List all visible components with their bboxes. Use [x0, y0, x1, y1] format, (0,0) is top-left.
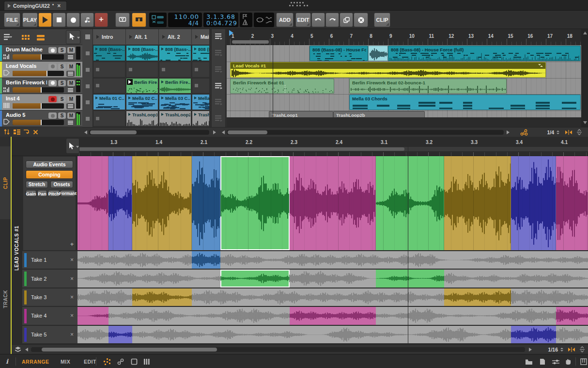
- comping-button[interactable]: Comping: [26, 170, 73, 179]
- position-display[interactable]: 3.1.3.68 0:04.729: [203, 13, 238, 27]
- take-delete-button[interactable]: ×: [70, 294, 74, 301]
- groove-button[interactable]: w: [80, 13, 94, 27]
- take-comp-region[interactable]: [290, 307, 376, 324]
- comp-segment[interactable]: [192, 156, 220, 250]
- display-grip-dots[interactable]: [288, 1, 310, 9]
- volume-fader[interactable]: [13, 71, 64, 76]
- arranger-vscrollbar[interactable]: [581, 29, 588, 127]
- onsets-button[interactable]: Onsets: [50, 181, 73, 188]
- scroll-down-arrow[interactable]: [583, 121, 587, 124]
- time-sig-value[interactable]: 4/4: [171, 20, 199, 26]
- arranger-scrollbar[interactable]: [227, 130, 504, 135]
- take-comp-region[interactable]: [132, 288, 192, 306]
- solo-button[interactable]: S: [58, 47, 66, 53]
- cancel-button[interactable]: [354, 13, 368, 27]
- editor-hscroll-thumb[interactable]: [42, 348, 217, 352]
- duplicate-button[interactable]: [340, 13, 353, 27]
- take-comp-region[interactable]: [108, 326, 132, 343]
- take-delete-button[interactable]: ×: [70, 312, 74, 319]
- take-header[interactable]: Take 2×: [22, 270, 77, 288]
- launcher-empty-slot[interactable]: [93, 111, 125, 127]
- take-comp-region[interactable]: [444, 288, 511, 306]
- solo-button[interactable]: S: [58, 112, 66, 119]
- solo-button[interactable]: S: [58, 64, 66, 70]
- record-button[interactable]: [66, 13, 80, 27]
- track-menu-button[interactable]: [66, 54, 75, 60]
- tab-track[interactable]: TRACK: [0, 263, 11, 336]
- solo-button[interactable]: S: [58, 96, 66, 102]
- scene-header[interactable]: Intro: [93, 29, 125, 45]
- launcher-scrollbar[interactable]: [89, 130, 209, 135]
- clip-menu-button[interactable]: CLIP: [374, 13, 390, 27]
- volume-fader[interactable]: [13, 120, 64, 125]
- track-menu-button[interactable]: [66, 103, 75, 109]
- launcher-clip[interactable]: 808 (Bass-...: [126, 45, 158, 61]
- arranger-scroll-thumb[interactable]: [228, 130, 267, 134]
- arranger-clip[interactable]: Mella 03 Chords: [349, 95, 581, 110]
- comp-segment[interactable]: [77, 156, 108, 250]
- add-lane-button[interactable]: +: [69, 241, 75, 248]
- record-arm-button[interactable]: [48, 96, 57, 102]
- stop-all-clips-button[interactable]: [85, 34, 90, 39]
- launcher-empty-slot[interactable]: [159, 62, 191, 78]
- track-header[interactable]: Inst 4SM: [0, 94, 82, 111]
- take-comp-region[interactable]: [511, 326, 556, 343]
- stop-track-clips-button[interactable]: [86, 117, 90, 121]
- track-header[interactable]: Drum MachineSM: [0, 45, 82, 62]
- track-header[interactable]: Audio 5SM: [0, 111, 82, 127]
- take-delete-button[interactable]: ×: [70, 256, 74, 263]
- stop-track-clips-button[interactable]: [86, 68, 90, 72]
- track-menu-button[interactable]: [66, 71, 75, 77]
- arranger-clip[interactable]: TrashLoop2b: [333, 111, 425, 117]
- pitch-button[interactable]: Pitch: [48, 190, 60, 197]
- launcher-clip[interactable]: Mella: [192, 94, 209, 110]
- tempo-display[interactable]: 110.00 4/4: [168, 13, 202, 27]
- arranger-clip[interactable]: Berlin Firework Beat 02-bounce-1: [349, 79, 507, 94]
- redo-button[interactable]: [325, 13, 339, 27]
- mute-button[interactable]: M: [67, 64, 75, 70]
- editor-scroll-right[interactable]: [529, 348, 532, 352]
- volume-fader[interactable]: [13, 103, 64, 109]
- take-delete-button[interactable]: ×: [70, 331, 74, 338]
- take-header[interactable]: Take 3×: [22, 288, 77, 306]
- take-comp-region[interactable]: [77, 307, 108, 324]
- arranger-clip[interactable]: 808 (Bas: [368, 46, 388, 61]
- arranger-zoom-value[interactable]: 1/4: [540, 129, 554, 135]
- editor-zoom-value[interactable]: 1/16: [542, 347, 558, 352]
- take-header[interactable]: Take 5×: [22, 326, 77, 344]
- display-profile-button[interactable]: [115, 13, 130, 27]
- scene-header[interactable]: Alt. 2: [159, 29, 191, 45]
- dual-display-button[interactable]: [132, 13, 146, 27]
- stop-track-clips-button[interactable]: [86, 84, 90, 88]
- editor-ruler[interactable]: 1.31.42.12.22.32.43.13.23.33.44.1: [12, 137, 588, 156]
- mute-button[interactable]: M: [67, 80, 75, 86]
- scene-header[interactable]: Alt. 1: [126, 29, 158, 45]
- add-device-button[interactable]: +: [94, 13, 108, 27]
- arranger-clip[interactable]: 808 (Bass-08) - House Force (: [309, 46, 368, 61]
- launcher-clip[interactable]: Mella 02 C...: [126, 94, 158, 110]
- scroll-up-arrow[interactable]: [583, 32, 587, 34]
- pan-button[interactable]: Pan: [37, 190, 47, 197]
- take-lane[interactable]: [77, 307, 588, 325]
- project-tab[interactable]: CompingGUI22 • ×: [4, 1, 67, 10]
- comp-segment[interactable]: [132, 156, 192, 250]
- comp-segment[interactable]: [108, 156, 132, 250]
- launcher-empty-slot[interactable]: [126, 62, 158, 78]
- comp-segment[interactable]: [556, 156, 588, 250]
- panel-tab-arrange[interactable]: ARRANGE: [22, 359, 49, 365]
- launcher-clip[interactable]: Berlin Fire...: [159, 78, 191, 94]
- stop-button[interactable]: [52, 13, 66, 27]
- launcher-clip[interactable]: Mella 01 C...: [93, 94, 125, 110]
- comp-segment[interactable]: [444, 156, 511, 250]
- editor-scroll-thumb[interactable]: [79, 147, 404, 151]
- track-menu-button[interactable]: [66, 87, 75, 93]
- take-comp-region[interactable]: [220, 270, 290, 287]
- comp-segment[interactable]: [376, 156, 444, 250]
- tab-clip[interactable]: CLIP: [0, 146, 11, 219]
- record-arm-button[interactable]: [48, 112, 57, 119]
- volume-fader[interactable]: [13, 54, 64, 60]
- track-menu-button[interactable]: [66, 120, 75, 126]
- take-comp-region[interactable]: [556, 307, 588, 324]
- undo-button[interactable]: [311, 13, 325, 27]
- launcher-clip[interactable]: 808 (Bass-...: [93, 45, 125, 61]
